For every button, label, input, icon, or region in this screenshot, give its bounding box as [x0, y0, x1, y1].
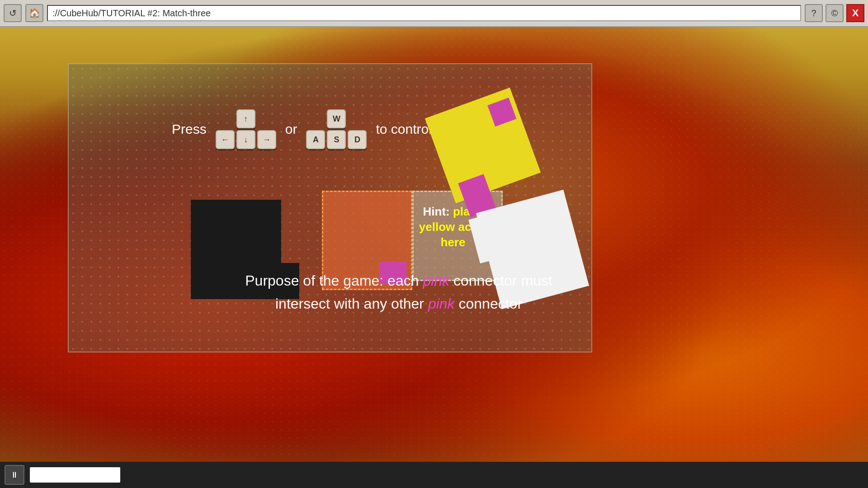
close-button[interactable]: X: [846, 4, 864, 22]
purpose-text: Purpose of the game: each pink connector…: [137, 269, 661, 315]
game-container: Press ↑ ← ↓ → or W A S D to control the …: [0, 27, 868, 488]
address-bar[interactable]: ://CubeHub/TUTORIAL #2: Match-three: [47, 5, 801, 21]
key-right[interactable]: →: [257, 130, 276, 149]
wasd-keys-group: W A S D: [306, 109, 367, 149]
pink-word-1: pink: [423, 272, 449, 289]
or-label: or: [285, 122, 297, 137]
bottom-bar: ⏸: [0, 462, 868, 488]
arrow-keys-group: ↑ ← ↓ →: [216, 109, 276, 149]
purpose-line1: Purpose of the game: each pink connector…: [137, 269, 661, 292]
key-a[interactable]: A: [306, 130, 325, 149]
press-label: Press: [172, 122, 207, 137]
pause-button[interactable]: ⏸: [5, 465, 24, 485]
help-button[interactable]: ?: [805, 4, 823, 22]
home-icon: 🏠: [29, 8, 40, 19]
game-panel: Press ↑ ← ↓ → or W A S D to control the …: [68, 63, 592, 352]
browser-chrome: ↺ 🏠 ://CubeHub/TUTORIAL #2: Match-three …: [0, 0, 868, 27]
key-w[interactable]: W: [327, 109, 346, 128]
key-down[interactable]: ↓: [236, 130, 255, 149]
purpose-line2: intersect with any other pink connector: [137, 292, 661, 315]
key-left[interactable]: ←: [216, 130, 235, 149]
key-s[interactable]: S: [327, 130, 346, 149]
home-button[interactable]: 🏠: [25, 4, 43, 22]
pink-word-2: pink: [428, 296, 455, 312]
browser-right-buttons: ? © X: [805, 4, 864, 22]
refresh-icon: ↺: [9, 8, 17, 19]
address-text: ://CubeHub/TUTORIAL #2: Match-three: [52, 8, 211, 19]
key-up[interactable]: ↑: [236, 109, 255, 128]
key-d[interactable]: D: [348, 130, 367, 149]
copyright-button[interactable]: ©: [826, 4, 844, 22]
refresh-button[interactable]: ↺: [4, 4, 22, 22]
progress-bar: [30, 467, 120, 483]
